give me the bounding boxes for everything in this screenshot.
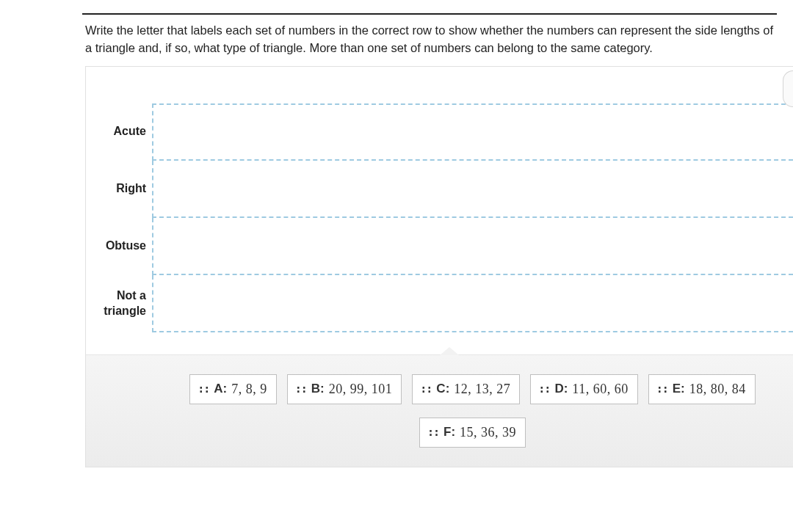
activity-panel: Acute Right Obtuse Not a triangle [85,66,793,467]
row-obtuse: Obtuse [86,218,793,275]
row-acute: Acute [86,103,793,161]
chip-letter: E: [673,382,685,396]
chip-row: :: A: 7, 8, 9 :: B: 20, 99, 101 :: C: 12… [159,374,786,448]
chip-letter: B: [311,382,325,396]
divider [82,13,777,15]
question-prompt: Write the letter that labels each set of… [85,22,775,57]
chip-numbers: 18, 80, 84 [689,382,746,397]
chip-f[interactable]: :: F: 15, 36, 39 [419,418,526,448]
chip-numbers: 15, 36, 39 [460,425,516,440]
row-right: Right [86,161,793,218]
chip-tray: :: A: 7, 8, 9 :: B: 20, 99, 101 :: C: 12… [86,354,793,467]
row-label-not-triangle: Not a triangle [86,275,152,332]
dropzone-not-triangle[interactable] [152,275,793,332]
row-label-right: Right [86,161,152,218]
chip-c[interactable]: :: C: 12, 13, 27 [412,374,520,404]
chip-numbers: 20, 99, 101 [329,382,393,397]
chip-d[interactable]: :: D: 11, 60, 60 [530,374,637,404]
drag-handle-icon: :: [427,426,439,439]
chip-numbers: 11, 60, 60 [572,382,628,397]
chip-b[interactable]: :: B: 20, 99, 101 [287,374,402,404]
chip-e[interactable]: :: E: 18, 80, 84 [648,374,756,404]
drag-handle-icon: :: [295,382,307,396]
drag-handle-icon: :: [420,382,432,396]
row-label-not-triangle-l2: triangle [104,305,146,317]
chip-letter: D: [554,382,568,396]
drag-handle-icon: :: [198,382,209,396]
chip-a[interactable]: :: A: 7, 8, 9 [189,374,277,404]
chip-numbers: 12, 13, 27 [454,382,510,397]
row-label-not-triangle-l1: Not a [117,289,146,302]
category-rows: Acute Right Obtuse Not a triangle [86,67,793,354]
dropzone-acute[interactable] [152,103,793,161]
side-tab-handle[interactable] [783,70,793,107]
drag-handle-icon: :: [538,382,550,396]
row-label-acute: Acute [86,103,152,161]
chip-letter: C: [436,382,449,396]
chip-letter: A: [214,382,227,396]
chip-letter: F: [443,425,455,440]
dropzone-right[interactable] [152,161,793,218]
page-root: Write the letter that labels each set of… [0,0,793,532]
chip-numbers: 7, 8, 9 [231,382,267,397]
row-label-obtuse: Obtuse [86,218,152,275]
drag-handle-icon: :: [656,382,668,396]
row-not-triangle: Not a triangle [86,275,793,332]
dropzone-obtuse[interactable] [152,218,793,275]
